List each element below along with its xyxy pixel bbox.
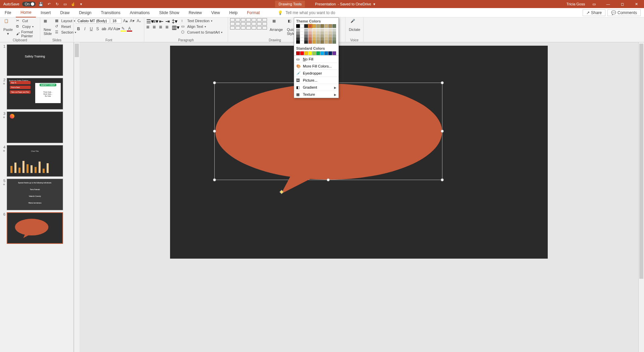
numbering-icon[interactable]: ≡▾ bbox=[153, 18, 158, 23]
tint-swatch[interactable] bbox=[304, 32, 308, 35]
standard-color-swatch[interactable] bbox=[300, 51, 304, 55]
tint-swatch[interactable] bbox=[296, 29, 300, 32]
standard-color-swatch[interactable] bbox=[316, 51, 320, 55]
tint-swatch[interactable] bbox=[300, 41, 304, 44]
highlight-button[interactable]: ✎ bbox=[120, 26, 126, 32]
resize-handle-bl[interactable] bbox=[213, 178, 216, 181]
shrink-font-icon[interactable]: A▾ bbox=[129, 18, 135, 24]
tint-swatch[interactable] bbox=[316, 38, 320, 41]
slide-thumbnail-panel[interactable]: 1 Safety Training 2★ Employee Safety Tra… bbox=[0, 42, 74, 352]
bullets-icon[interactable]: ☰▾ bbox=[146, 18, 152, 23]
texture-item[interactable]: ▦ Texture ▶ bbox=[294, 91, 338, 98]
theme-color-swatch[interactable] bbox=[312, 24, 316, 28]
theme-color-swatch[interactable] bbox=[308, 24, 312, 28]
close-icon[interactable]: ✕ bbox=[631, 0, 641, 8]
tint-swatch[interactable] bbox=[304, 29, 308, 32]
columns-icon[interactable]: ▥▾ bbox=[172, 24, 177, 29]
increase-indent-icon[interactable]: ⇥ bbox=[165, 18, 171, 23]
tint-swatch[interactable] bbox=[312, 38, 316, 41]
tint-swatch[interactable] bbox=[308, 41, 312, 44]
align-center-icon[interactable]: ≡ bbox=[153, 24, 158, 29]
tint-swatch[interactable] bbox=[296, 32, 300, 35]
tint-swatch[interactable] bbox=[308, 32, 312, 35]
tint-swatch[interactable] bbox=[320, 32, 324, 35]
tint-swatch[interactable] bbox=[328, 41, 332, 44]
align-right-icon[interactable]: ≡ bbox=[159, 24, 164, 29]
tint-swatch[interactable] bbox=[332, 35, 336, 38]
align-text-button[interactable]: ▭Align Text▾ bbox=[180, 24, 223, 29]
text-direction-button[interactable]: ↕Text Direction▾ bbox=[180, 18, 223, 24]
align-left-icon[interactable]: ≡ bbox=[146, 24, 152, 29]
tab-format[interactable]: Format bbox=[242, 8, 264, 17]
shadow-button[interactable]: S bbox=[95, 26, 100, 32]
theme-color-swatch[interactable] bbox=[324, 24, 328, 28]
standard-color-swatch[interactable] bbox=[328, 51, 332, 55]
tab-design[interactable]: Design bbox=[74, 8, 96, 17]
tab-animations[interactable]: Animations bbox=[125, 8, 154, 17]
spacing-button[interactable]: AV bbox=[108, 26, 113, 32]
font-family-select[interactable] bbox=[76, 18, 109, 24]
tint-swatch[interactable] bbox=[328, 35, 332, 38]
tint-swatch[interactable] bbox=[312, 29, 316, 32]
tab-review[interactable]: Review bbox=[184, 8, 206, 17]
theme-color-swatch[interactable] bbox=[328, 24, 332, 28]
format-painter-button[interactable]: 🖌Format Painter bbox=[15, 30, 38, 38]
tab-transitions[interactable]: Transitions bbox=[96, 8, 125, 17]
tint-swatch[interactable] bbox=[300, 32, 304, 35]
tint-swatch[interactable] bbox=[316, 29, 320, 32]
standard-color-swatch[interactable] bbox=[308, 51, 312, 55]
paste-button[interactable]: 📋 Paste ▾ bbox=[2, 18, 14, 37]
tint-swatch[interactable] bbox=[316, 41, 320, 44]
tint-swatch[interactable] bbox=[320, 29, 324, 32]
gradient-item[interactable]: ◧ Gradient ▶ bbox=[294, 84, 338, 91]
tint-swatch[interactable] bbox=[320, 35, 324, 38]
tint-swatch[interactable] bbox=[328, 38, 332, 41]
dictate-button[interactable]: 🎤 Dictate bbox=[347, 18, 362, 32]
tint-swatch[interactable] bbox=[324, 38, 328, 41]
slide-thumb-1[interactable]: Safety Training bbox=[7, 44, 63, 76]
font-size-select[interactable] bbox=[111, 18, 121, 24]
arrange-button[interactable]: ▦ Arrange bbox=[268, 18, 284, 32]
tint-swatch[interactable] bbox=[332, 29, 336, 32]
thumb-scrollbar[interactable] bbox=[74, 42, 79, 352]
tint-swatch[interactable] bbox=[312, 32, 316, 35]
line-spacing-icon[interactable]: ‡▾ bbox=[172, 18, 177, 23]
resize-handle-bc[interactable] bbox=[327, 178, 330, 181]
copy-button[interactable]: ⧉Copy▾ bbox=[15, 24, 38, 29]
smartart-button[interactable]: ⬡Convert to SmartArt▾ bbox=[180, 30, 223, 35]
resize-handle-tl[interactable] bbox=[213, 81, 216, 84]
slide-thumb-5[interactable]: Special thanks go to the following indiv… bbox=[7, 179, 63, 210]
tint-swatch[interactable] bbox=[316, 35, 320, 38]
standard-color-swatch[interactable] bbox=[320, 51, 324, 55]
tint-swatch[interactable] bbox=[324, 41, 328, 44]
more-colors-item[interactable]: 🎨 More Fill Colors... bbox=[294, 62, 338, 70]
tint-swatch[interactable] bbox=[332, 41, 336, 44]
clear-format-icon[interactable]: Aₓ bbox=[136, 18, 142, 24]
tint-swatch[interactable] bbox=[308, 38, 312, 41]
autosave-toggle[interactable]: On bbox=[22, 2, 36, 6]
picture-item[interactable]: 🖼 Picture... bbox=[294, 77, 338, 84]
theme-color-swatch[interactable] bbox=[320, 24, 324, 28]
tab-slideshow[interactable]: Slide Show bbox=[154, 8, 184, 17]
eyedropper-item[interactable]: 💉 Eyedropper bbox=[294, 70, 338, 77]
tint-swatch[interactable] bbox=[312, 41, 316, 44]
italic-button[interactable]: I bbox=[82, 26, 88, 32]
tint-swatch[interactable] bbox=[332, 38, 336, 41]
tint-swatch[interactable] bbox=[328, 32, 332, 35]
resize-handle-br[interactable] bbox=[441, 178, 444, 181]
cut-button[interactable]: ✂Cut bbox=[15, 18, 38, 24]
touch-icon[interactable]: ☝ bbox=[70, 1, 76, 7]
canvas-scrollbar[interactable] bbox=[638, 42, 644, 352]
tint-swatch[interactable] bbox=[304, 35, 308, 38]
standard-color-swatch[interactable] bbox=[304, 51, 308, 55]
undo-icon[interactable]: ↶ bbox=[46, 1, 52, 7]
slide-canvas-area[interactable]: ↻ bbox=[79, 42, 638, 352]
tint-swatch[interactable] bbox=[308, 35, 312, 38]
save-icon[interactable]: 💾 bbox=[38, 1, 44, 7]
tab-home[interactable]: Home bbox=[16, 8, 36, 17]
bold-button[interactable]: B bbox=[76, 26, 81, 32]
grow-font-icon[interactable]: A▴ bbox=[123, 18, 128, 24]
slide-canvas[interactable]: ↻ bbox=[170, 46, 548, 259]
ribbon-options-icon[interactable]: ▭ bbox=[589, 0, 599, 8]
standard-color-swatch[interactable] bbox=[332, 51, 336, 55]
